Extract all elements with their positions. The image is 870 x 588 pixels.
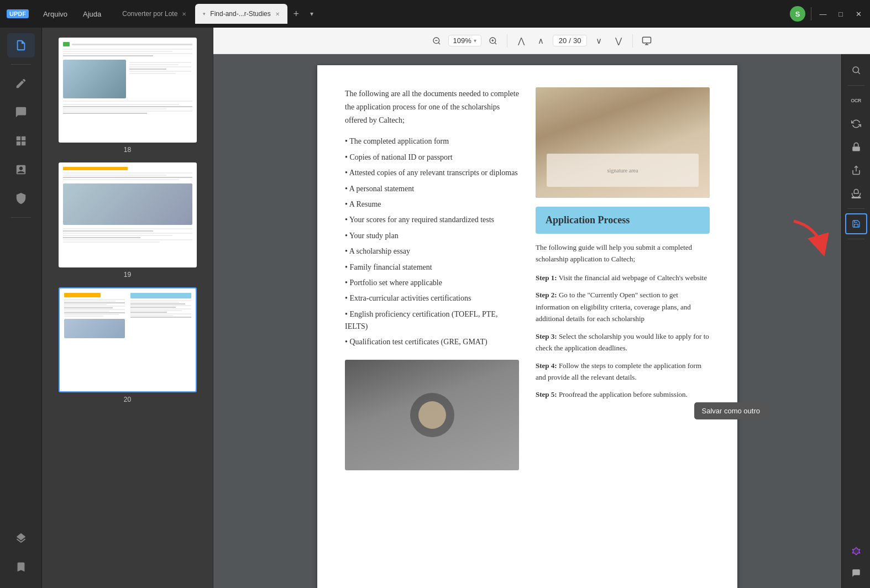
- pdf-bullet-11: • Extra-curricular activities certificat…: [345, 292, 519, 305]
- svg-point-10: [853, 67, 859, 73]
- tab-converter[interactable]: Converter por Lote ✕: [114, 4, 194, 24]
- pdf-bullet-8: • A scholarship essay: [345, 245, 519, 258]
- content-wrapper: 109% ▾ ⋀ ∧ 20 / 30 ∨ ⋁: [213, 28, 870, 588]
- rsidebar-search-icon[interactable]: [845, 60, 867, 81]
- current-page[interactable]: 20: [559, 36, 567, 45]
- pdf-bullet-5: • A Resume: [345, 198, 519, 211]
- pdf-bullet-12: • English proficiency certification (TOE…: [345, 308, 519, 333]
- maximize-button[interactable]: □: [835, 8, 847, 20]
- pdf-bullet-6: • Your scores for any required standardi…: [345, 214, 519, 226]
- page-up-button[interactable]: ∧: [533, 33, 549, 49]
- rsidebar-share-icon[interactable]: [845, 160, 867, 181]
- rsidebar-lock-icon[interactable]: [845, 136, 867, 158]
- pdf-pages: The following are all the documents need…: [213, 54, 841, 588]
- sidebar-icon-protect[interactable]: [7, 186, 35, 211]
- right-sidebar: OCR: [841, 54, 870, 588]
- app-logo: UPDF: [0, 9, 35, 18]
- present-button[interactable]: [638, 33, 655, 49]
- step-4: Step 4: Follow the steps to complete the…: [536, 360, 710, 384]
- thumbnail-item-18[interactable]: 18: [42, 33, 213, 158]
- thumb-label-19: 19: [124, 271, 131, 279]
- thumb-image-19: [59, 162, 197, 267]
- tab-close-active-icon[interactable]: ✕: [275, 11, 280, 17]
- user-avatar[interactable]: S: [790, 6, 805, 22]
- separator-1: [507, 34, 507, 48]
- tabs-dropdown-button[interactable]: ▾: [304, 6, 319, 22]
- sidebar-icon-edit[interactable]: [7, 71, 35, 96]
- tab-find[interactable]: ▾ Find-and-...r-Studies ✕: [195, 4, 287, 24]
- sidebar-icon-bookmark[interactable]: [7, 555, 35, 579]
- zoom-value: 109%: [453, 36, 471, 45]
- rsidebar-divider-3: [848, 239, 864, 239]
- step-5-label: Step 5:: [536, 390, 557, 398]
- rsidebar-save-other-icon[interactable]: [845, 213, 867, 234]
- pdf-bullet-1: • The completed application form: [345, 135, 519, 148]
- thumb-image-20: [59, 287, 197, 392]
- tooltip-text: Salvar como outro: [702, 407, 761, 415]
- rsidebar-chat-icon[interactable]: [845, 563, 867, 584]
- rsidebar-divider-2: [848, 208, 864, 209]
- pdf-right-column: signature area Application Process The f…: [536, 87, 710, 585]
- sidebar-icon-document[interactable]: [7, 33, 35, 57]
- pdf-view: The following are all the documents need…: [213, 54, 870, 588]
- thumbnail-item-19[interactable]: 19: [42, 158, 213, 283]
- page-display: 20 / 30: [553, 35, 588, 46]
- pdf-left-column: The following are all the documents need…: [345, 87, 519, 585]
- rsidebar-ocr-icon[interactable]: OCR: [845, 90, 867, 111]
- sidebar-bottom: [7, 526, 35, 588]
- menu-bar: Arquivo Ajuda: [35, 0, 109, 28]
- main-layout: 18: [0, 28, 870, 588]
- pdf-bullet-10: • Portfolio set where applicable: [345, 277, 519, 289]
- sidebar-icon-comment[interactable]: [7, 100, 35, 124]
- menu-ajuda[interactable]: Ajuda: [75, 0, 109, 28]
- sidebar-icon-pages[interactable]: [7, 129, 35, 153]
- rsidebar-convert-icon[interactable]: [845, 113, 867, 134]
- sidebar-divider-2: [11, 217, 31, 218]
- close-button[interactable]: ✕: [852, 8, 864, 20]
- tab-label: Converter por Lote: [122, 10, 177, 18]
- page-top-button[interactable]: ⋀: [513, 33, 530, 49]
- sidebar-icon-layers[interactable]: [7, 526, 35, 550]
- pdf-intro-text: The following are all the documents need…: [345, 87, 519, 127]
- step-3-label: Step 3:: [536, 332, 557, 340]
- pdf-bullet-4: • A personal statement: [345, 183, 519, 195]
- thumb-label-18: 18: [124, 146, 131, 154]
- tab-close-icon[interactable]: ✕: [182, 11, 186, 17]
- left-sidebar: [0, 28, 42, 588]
- svg-rect-7: [643, 37, 651, 43]
- rsidebar-stamp-icon[interactable]: [845, 183, 867, 204]
- svg-line-11: [858, 72, 859, 74]
- application-process-banner: Application Process: [536, 207, 710, 234]
- add-tab-button[interactable]: +: [289, 6, 304, 22]
- pdf-bullet-2: • Copies of national ID or passport: [345, 151, 519, 164]
- zoom-dropdown-icon[interactable]: ▾: [474, 38, 476, 44]
- separator-2: [632, 34, 633, 48]
- zoom-out-button[interactable]: [428, 33, 445, 49]
- thumbnail-item-20[interactable]: 20: [42, 283, 213, 408]
- svg-line-2: [438, 43, 440, 44]
- tab-dropdown-icon: ▾: [203, 11, 206, 17]
- rsidebar-ai-icon[interactable]: [845, 542, 867, 563]
- page-bottom-button[interactable]: ⋁: [610, 33, 627, 49]
- titlebar: UPDF Arquivo Ajuda Converter por Lote ✕ …: [0, 0, 870, 28]
- svg-rect-12: [852, 146, 860, 151]
- step-1: Step 1: Visit the financial aid webpage …: [536, 272, 710, 284]
- zoom-in-button[interactable]: [485, 33, 501, 49]
- sidebar-icon-form[interactable]: [7, 158, 35, 182]
- zoom-display: 109% ▾: [448, 35, 481, 46]
- minimize-button[interactable]: —: [817, 8, 829, 20]
- application-process-title: Application Process: [546, 214, 630, 225]
- step-2: Step 2: Go to the "Currently Open" secti…: [536, 289, 710, 324]
- bottom-image: [345, 360, 519, 470]
- menu-arquivo[interactable]: Arquivo: [35, 0, 75, 28]
- pdf-bullet-13: • Qualification test certificates (GRE, …: [345, 336, 519, 348]
- step-2-label: Step 2:: [536, 291, 557, 299]
- step-4-text: Follow the steps to complete the applica…: [536, 361, 701, 381]
- step-1-label: Step 1:: [536, 274, 557, 282]
- rsidebar-bottom: [845, 542, 867, 588]
- svg-line-6: [495, 43, 496, 44]
- step-3-text: Select the scholarship you would like to…: [536, 332, 709, 352]
- page-down-button[interactable]: ∨: [590, 33, 607, 49]
- thumbnail-panel: 18: [42, 28, 213, 588]
- step-5-text: Proofread the application before submiss…: [559, 390, 688, 398]
